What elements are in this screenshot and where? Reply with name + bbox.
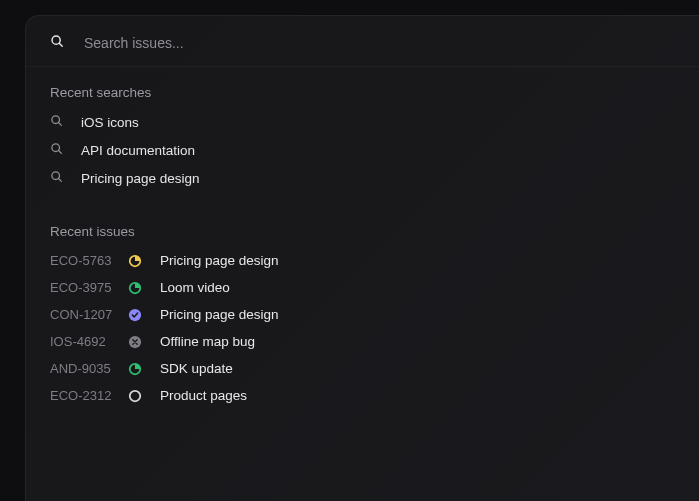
status-in-progress-green-icon — [124, 281, 146, 295]
issue-title: SDK update — [160, 361, 233, 376]
issue-id: ECO-2312 — [50, 388, 124, 403]
issue-id: IOS-4692 — [50, 334, 124, 349]
recent-searches-label: Recent searches — [26, 67, 699, 108]
recent-search-item[interactable]: iOS icons — [26, 108, 699, 136]
recent-search-label: Pricing page design — [81, 171, 200, 186]
issue-id: CON-1207 — [50, 307, 124, 322]
issue-title: Product pages — [160, 388, 247, 403]
svg-line-7 — [59, 179, 62, 182]
status-cancelled-grey-icon — [124, 335, 146, 349]
status-done-purple-icon — [124, 308, 146, 322]
recent-search-label: iOS icons — [81, 115, 139, 130]
recent-issues-list: ECO-5763 Pricing page design ECO-3975 Lo… — [26, 247, 699, 409]
issue-title: Pricing page design — [160, 307, 279, 322]
recent-issue-item[interactable]: ECO-2312 Product pages — [26, 382, 699, 409]
issue-id: ECO-3975 — [50, 280, 124, 295]
recent-searches-list: iOS icons API documentation Pricing page… — [26, 108, 699, 192]
issue-title: Loom video — [160, 280, 230, 295]
issue-title: Pricing page design — [160, 253, 279, 268]
issue-id: ECO-5763 — [50, 253, 124, 268]
search-icon — [50, 113, 63, 131]
svg-point-13 — [130, 390, 141, 401]
search-panel: Recent searches iOS icons API documentat… — [25, 15, 699, 501]
recent-issue-item[interactable]: AND-9035 SDK update — [26, 355, 699, 382]
issue-id: AND-9035 — [50, 361, 124, 376]
svg-line-5 — [59, 151, 62, 154]
search-bar — [26, 16, 699, 67]
search-icon — [50, 141, 63, 159]
search-icon — [50, 169, 63, 187]
issue-title: Offline map bug — [160, 334, 255, 349]
search-icon — [50, 34, 64, 52]
recent-issue-item[interactable]: ECO-3975 Loom video — [26, 274, 699, 301]
svg-line-1 — [59, 43, 62, 46]
status-todo-open-icon — [124, 389, 146, 403]
recent-search-label: API documentation — [81, 143, 195, 158]
recent-search-item[interactable]: Pricing page design — [26, 164, 699, 192]
recent-search-item[interactable]: API documentation — [26, 136, 699, 164]
svg-line-3 — [59, 123, 62, 126]
recent-issues-label: Recent issues — [26, 206, 699, 247]
recent-issue-item[interactable]: IOS-4692 Offline map bug — [26, 328, 699, 355]
status-in-progress-green-icon — [124, 362, 146, 376]
status-in-progress-yellow-icon — [124, 254, 146, 268]
recent-issue-item[interactable]: ECO-5763 Pricing page design — [26, 247, 699, 274]
search-input[interactable] — [84, 35, 675, 51]
recent-issue-item[interactable]: CON-1207 Pricing page design — [26, 301, 699, 328]
